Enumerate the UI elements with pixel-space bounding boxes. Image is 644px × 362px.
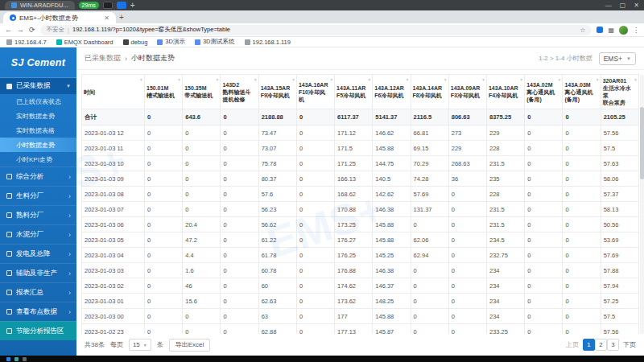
sort-icon[interactable]: ▼: [444, 77, 448, 83]
browser-active-tab[interactable]: EMS+-小时数据走势 ✕: [3, 12, 116, 23]
page-button[interactable]: 1: [583, 339, 595, 351]
tab-close-icon[interactable]: ✕: [104, 14, 109, 22]
taskbar-app-icon[interactable]: [23, 357, 27, 361]
sidebar-subitem[interactable]: 已上线仪表状态: [0, 94, 76, 109]
back-icon[interactable]: ←: [5, 27, 12, 34]
sidebar-subitem[interactable]: 实时数据表格: [0, 123, 76, 138]
column-header[interactable]: 143A.11AR F5冷却风机▼: [335, 75, 373, 109]
page-button[interactable]: 2: [595, 339, 607, 351]
column-header[interactable]: 143A.12AR F6冷却风机▼: [373, 75, 411, 109]
sort-icon[interactable]: ▼: [177, 77, 181, 83]
value-cell: 145.25: [373, 248, 411, 263]
new-tab-button[interactable]: +: [119, 13, 124, 22]
column-header[interactable]: 150.01M 槽式输送机▼: [145, 75, 183, 109]
reload-icon[interactable]: ⟳: [29, 27, 35, 34]
sidebar-section-collected-data[interactable]: 已采集数据 ▼: [0, 78, 76, 94]
bookmark-item[interactable]: 192.168.1.119: [245, 39, 291, 46]
browser-background-tab[interactable]: WIN-ARADFDU...: [5, 1, 75, 10]
sort-icon[interactable]: ▼: [254, 77, 258, 83]
column-header[interactable]: 时间▼: [82, 75, 145, 109]
value-cell: 0: [411, 278, 448, 294]
ems-select[interactable]: EMS+ ▼: [599, 52, 636, 65]
bookmark-star-icon[interactable]: ☆: [580, 27, 585, 34]
column-header[interactable]: 143A.10AR F4冷却风机▼: [486, 75, 524, 109]
sidebar-subitem[interactable]: 实时数据走势: [0, 109, 76, 123]
sidebar-item[interactable]: 水泥分厂›: [0, 224, 76, 244]
bookmark-item[interactable]: EMQX Dashboard: [56, 39, 114, 46]
sort-icon[interactable]: ▼: [215, 77, 219, 83]
sidebar-item[interactable]: 综合分析›: [0, 167, 76, 186]
taskbar-app-icon[interactable]: [14, 357, 19, 361]
column-header[interactable]: 320AR01 生活水冷水泵 联合泵房▼: [601, 75, 638, 109]
taskbar-app-icon[interactable]: [6, 357, 10, 361]
sidebar-item[interactable]: 报表汇总›: [0, 282, 76, 302]
export-excel-button[interactable]: 导出Excel: [169, 339, 211, 352]
sidebar-item[interactable]: 生料分厂›: [0, 186, 76, 205]
prev-page-button[interactable]: 上页: [566, 340, 579, 349]
sort-icon[interactable]: ▼: [596, 77, 600, 83]
url-input[interactable]: 不安全 | 192.168.1.119/?p=1020&typee=窑头低压&s…: [40, 25, 592, 35]
value-cell: 0: [525, 202, 563, 217]
pagination: 上页 123 下页: [566, 339, 636, 351]
sidebar-subitem-active[interactable]: 小时数据走势: [0, 138, 76, 152]
sort-icon[interactable]: ▼: [406, 77, 410, 83]
bookmark-item[interactable]: 3D演示: [157, 38, 185, 46]
sort-icon[interactable]: ▼: [519, 77, 523, 83]
sort-icon[interactable]: ▼: [139, 77, 143, 83]
new-tab-button[interactable]: +: [130, 2, 135, 10]
sort-icon[interactable]: ▼: [481, 77, 485, 83]
bookmark-item[interactable]: 3D测试系统: [195, 38, 235, 46]
column-header[interactable]: 143A.02M 离心通风机 (备用)▼: [525, 75, 563, 109]
sidebar-item[interactable]: 熟料分厂›: [0, 205, 76, 224]
sidebar-subitem[interactable]: 小时KPI走势: [0, 152, 76, 167]
profile-avatar[interactable]: [619, 26, 628, 35]
value-cell: 0: [183, 309, 221, 324]
sidebar-item[interactable]: 节能分析报告区: [0, 321, 76, 340]
sort-icon[interactable]: ▼: [329, 77, 333, 83]
maximize-button[interactable]: ▢: [620, 2, 626, 9]
security-label[interactable]: 不安全: [47, 26, 65, 34]
sidebar: SJ Cement 已采集数据 ▼ 已上线仪表状态实时数据走势实时数据表格小时数…: [0, 47, 76, 356]
value-cell: 80.37: [258, 171, 296, 187]
extension-badge-icon[interactable]: [103, 2, 113, 9]
tab-favicon-icon: [11, 2, 17, 8]
extension-badge-blue-icon[interactable]: [117, 2, 126, 9]
column-header[interactable]: 143D2 熟料输送斗 提机检修▼: [221, 75, 258, 109]
breadcrumb-parent[interactable]: 已采集数据: [85, 53, 121, 64]
column-header[interactable]: 143A.03M 离心通风机 (备用)▼: [563, 75, 601, 109]
page-size-select[interactable]: 15 ▼: [129, 339, 151, 351]
sort-icon[interactable]: ▼: [557, 77, 561, 83]
forward-icon[interactable]: →: [17, 27, 24, 34]
bookmark-item[interactable]: 192.168.4.7: [6, 39, 47, 46]
column-header[interactable]: 143A.16AR F10冷却风机▼: [296, 75, 334, 109]
bookmark-item[interactable]: debug: [123, 39, 148, 46]
value-cell: 0: [145, 202, 183, 217]
scrollbar-thumb[interactable]: [640, 107, 644, 179]
next-page-button[interactable]: 下页: [623, 340, 636, 349]
column-header[interactable]: 143A.15AR F9冷却风机▼: [258, 75, 296, 109]
page-button[interactable]: 3: [607, 339, 619, 351]
vertical-scrollbar[interactable]: [640, 75, 644, 334]
value-cell: 57.56: [601, 125, 638, 141]
column-header[interactable]: 143A.09AR F3冷却风机▼: [448, 75, 486, 109]
os-taskbar[interactable]: [0, 356, 644, 362]
sort-icon[interactable]: ▼: [367, 77, 371, 83]
sidebar-item[interactable]: 发电及总降›: [0, 244, 76, 263]
column-header[interactable]: 143A.14AR F8冷却风机▼: [411, 75, 448, 109]
close-button[interactable]: ✕: [634, 2, 639, 9]
column-header[interactable]: 150.35M 带式输送机▼: [183, 75, 221, 109]
value-cell: 0: [296, 217, 334, 232]
sort-icon[interactable]: ▼: [634, 77, 638, 83]
apps-grid-icon[interactable]: ▦: [608, 27, 614, 34]
minimize-button[interactable]: —: [605, 2, 612, 9]
sort-icon[interactable]: ▼: [291, 77, 295, 83]
column-header-label: 143A.15AR F9冷却风机: [261, 84, 295, 99]
sidebar-item[interactable]: 查看布点数据›: [0, 302, 76, 321]
value-cell: 0: [411, 263, 448, 278]
browser-menu-icon[interactable]: ⋮: [633, 27, 639, 34]
sidebar-item[interactable]: 辅助及非生产›: [0, 263, 76, 282]
main-content: 已采集数据 › 小时数据走势 1-2 > 1-4 小时数据 EMS+ ▼ 时间▼…: [76, 47, 644, 356]
value-cell: 0: [296, 187, 334, 202]
extension-icon[interactable]: [597, 27, 603, 33]
time-cell: 2023-01-03 00: [82, 309, 145, 324]
